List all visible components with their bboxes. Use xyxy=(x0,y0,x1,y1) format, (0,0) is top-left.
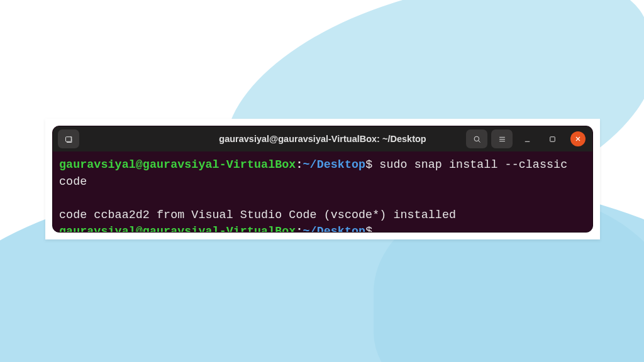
new-tab-button[interactable] xyxy=(58,129,79,148)
new-tab-icon xyxy=(64,134,74,144)
terminal-body[interactable]: gauravsiyal@gauravsiyal-VirtualBox:~/Des… xyxy=(53,151,592,233)
svg-rect-0 xyxy=(65,136,71,141)
prompt-colon: : xyxy=(296,158,303,171)
terminal-output: code ccbaa2d2 from Visual Studio Code (v… xyxy=(59,207,586,224)
prompt-at: @ xyxy=(136,225,143,233)
prompt-user: gauravsiyal xyxy=(59,158,136,171)
prompt-path: /Desktop xyxy=(310,158,366,171)
window-title: gauravsiyal@gauravsiyal-VirtualBox: ~/De… xyxy=(219,134,426,144)
hamburger-icon xyxy=(497,134,507,144)
prompt-dollar: $ xyxy=(365,158,372,171)
search-icon xyxy=(472,134,482,144)
prompt-user: gauravsiyal xyxy=(59,225,136,233)
screenshot-card: gauravsiyal@gauravsiyal-VirtualBox: ~/De… xyxy=(45,119,600,239)
terminal-line-3: gauravsiyal@gauravsiyal-VirtualBox:~/Des… xyxy=(59,223,586,233)
prompt-tilde: ~ xyxy=(303,158,310,171)
minimize-button[interactable] xyxy=(516,129,538,148)
close-icon xyxy=(574,135,582,143)
prompt-host: gauravsiyal-VirtualBox xyxy=(143,225,296,233)
prompt-dollar: $ xyxy=(365,225,372,233)
terminal-line-1: gauravsiyal@gauravsiyal-VirtualBox:~/Des… xyxy=(59,156,586,190)
maximize-icon xyxy=(548,134,557,144)
search-button[interactable] xyxy=(466,129,487,148)
prompt-at: @ xyxy=(136,158,143,171)
minimize-icon xyxy=(523,134,532,144)
close-button[interactable] xyxy=(570,131,586,146)
terminal-window: gauravsiyal@gauravsiyal-VirtualBox: ~/De… xyxy=(52,126,593,233)
window-titlebar: gauravsiyal@gauravsiyal-VirtualBox: ~/De… xyxy=(53,126,592,151)
maximize-button[interactable] xyxy=(541,129,563,148)
prompt-colon: : xyxy=(296,225,303,233)
blank-line xyxy=(59,190,586,207)
prompt-tilde: ~ xyxy=(303,225,310,233)
prompt-host: gauravsiyal-VirtualBox xyxy=(143,158,296,171)
svg-point-1 xyxy=(474,136,479,141)
prompt-path: /Desktop xyxy=(310,225,366,233)
svg-rect-2 xyxy=(550,136,555,141)
menu-button[interactable] xyxy=(491,129,513,148)
